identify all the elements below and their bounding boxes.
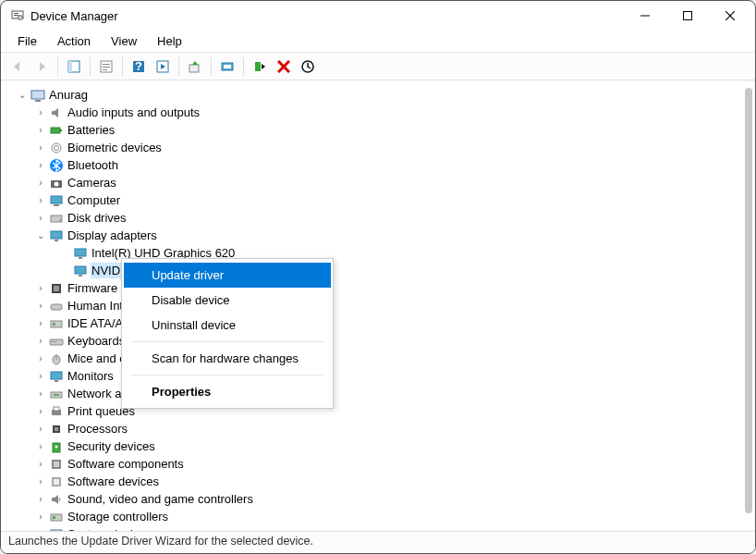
- expand-icon[interactable]: ›: [34, 388, 47, 400]
- expand-icon[interactable]: ›: [34, 124, 47, 137]
- ctx-update-driver[interactable]: Update driver: [124, 263, 331, 288]
- tree-node-batteries[interactable]: ›Batteries: [6, 121, 755, 139]
- expand-icon[interactable]: ›: [34, 282, 47, 295]
- tree-node-print[interactable]: ›Print queues: [6, 402, 755, 420]
- svg-rect-46: [51, 321, 62, 327]
- tree-node-hid[interactable]: ›Human Int: [6, 297, 755, 314]
- tree-label: Software components: [67, 457, 184, 471]
- expand-icon[interactable]: ›: [34, 370, 47, 383]
- ctx-separator: [131, 375, 323, 375]
- svg-point-28: [52, 143, 61, 153]
- expand-icon[interactable]: ›: [34, 300, 47, 313]
- tree-node-processors[interactable]: ›Processors: [6, 420, 755, 437]
- expand-icon[interactable]: ›: [34, 106, 47, 119]
- collapse-icon[interactable]: ⌄: [34, 229, 47, 242]
- ctx-scan-hardware[interactable]: Scan for hardware changes: [124, 346, 331, 371]
- tree-node-audio[interactable]: ›Audio inputs and outputs: [6, 104, 755, 121]
- ctx-uninstall-device[interactable]: Uninstall device: [124, 313, 331, 338]
- network-icon: [49, 387, 64, 401]
- show-hide-tree-button[interactable]: [63, 55, 85, 78]
- svg-rect-67: [54, 479, 59, 485]
- ctx-properties[interactable]: Properties: [124, 379, 331, 404]
- expand-icon[interactable]: ›: [34, 194, 47, 207]
- menu-action[interactable]: Action: [50, 32, 98, 50]
- tree-node-firmware[interactable]: ›Firmware: [6, 279, 755, 297]
- collapse-icon[interactable]: ⌄: [16, 89, 29, 102]
- minimize-button[interactable]: [624, 1, 666, 31]
- maximize-button[interactable]: [666, 1, 709, 31]
- expand-icon[interactable]: ›: [34, 212, 47, 225]
- tree-node-biometric[interactable]: ›Biometric devices: [6, 139, 755, 156]
- tree-label: System devices: [67, 527, 152, 531]
- tree-node-intel-gpu[interactable]: Intel(R) UHD Graphics 620: [6, 244, 755, 262]
- expand-icon[interactable]: ›: [34, 528, 47, 532]
- expand-icon[interactable]: ›: [34, 511, 47, 523]
- tree-node-computer[interactable]: ›Computer: [6, 191, 755, 209]
- expand-icon[interactable]: ›: [34, 317, 47, 330]
- expand-icon[interactable]: ›: [34, 493, 47, 506]
- svg-rect-47: [53, 323, 55, 326]
- expand-icon[interactable]: ›: [34, 177, 47, 190]
- tree-label: Display adapters: [67, 228, 157, 242]
- tree-node-bluetooth[interactable]: ›Bluetooth: [6, 156, 755, 174]
- device-tree[interactable]: ⌄ Anurag ›Audio inputs and outputs ›Batt…: [1, 80, 755, 531]
- display-icon: [73, 264, 88, 278]
- ctx-disable-device[interactable]: Disable device: [124, 288, 331, 313]
- close-button[interactable]: [709, 1, 751, 31]
- menu-view[interactable]: View: [104, 32, 144, 50]
- expand-icon[interactable]: ›: [34, 405, 47, 418]
- tree-node-network[interactable]: ›Network adapters: [6, 385, 755, 402]
- properties-button[interactable]: [95, 55, 117, 78]
- tree-node-nvidia-gpu[interactable]: NVIDIA: [6, 262, 755, 279]
- uninstall-device-button[interactable]: [273, 55, 295, 78]
- tree-node-ide[interactable]: ›IDE ATA/AT: [6, 314, 755, 332]
- tree-node-display[interactable]: ⌄Display adapters: [6, 227, 755, 244]
- back-button[interactable]: [6, 55, 29, 78]
- keyboard-icon: [49, 334, 64, 349]
- expand-icon[interactable]: ›: [34, 475, 47, 488]
- tree-node-swdev[interactable]: ›Software devices: [6, 473, 755, 490]
- tree-node-cameras[interactable]: ›Cameras: [6, 174, 755, 191]
- help-button[interactable]: ?: [128, 55, 150, 78]
- svg-rect-9: [68, 61, 72, 72]
- security-icon: [49, 439, 64, 454]
- tree-node-storage[interactable]: ›Storage controllers: [6, 508, 755, 525]
- scan-hardware-button[interactable]: [216, 55, 238, 78]
- svg-point-32: [55, 181, 59, 186]
- expand-icon[interactable]: ›: [34, 352, 47, 365]
- svg-rect-44: [54, 286, 59, 291]
- expand-icon[interactable]: ›: [34, 458, 47, 471]
- tree-label: Firmware: [67, 281, 117, 295]
- tree-node-swcomp[interactable]: ›Software components: [6, 455, 755, 473]
- tree-node-security[interactable]: ›Security devices: [6, 437, 755, 455]
- computer-icon: [30, 88, 45, 103]
- expand-icon[interactable]: ›: [34, 423, 47, 436]
- tree-node-disk[interactable]: ›Disk drives: [6, 209, 755, 227]
- titlebar: Device Manager: [1, 1, 755, 31]
- update-driver-button[interactable]: [184, 55, 206, 78]
- storage-icon: [49, 510, 64, 524]
- disable-device-button[interactable]: [297, 55, 319, 78]
- expand-icon[interactable]: ›: [34, 142, 47, 154]
- tree-node-monitors[interactable]: ›Monitors: [6, 367, 755, 385]
- action-button[interactable]: [152, 55, 174, 78]
- forward-button[interactable]: [30, 55, 53, 78]
- expand-icon[interactable]: ›: [34, 440, 47, 453]
- tree-label: Audio inputs and outputs: [67, 105, 200, 119]
- expand-icon[interactable]: ›: [34, 335, 47, 348]
- enable-device-button[interactable]: [249, 55, 271, 78]
- tree-root[interactable]: ⌄ Anurag: [6, 86, 755, 104]
- context-menu: Update driver Disable device Uninstall d…: [121, 258, 334, 409]
- expand-icon[interactable]: ›: [34, 159, 47, 172]
- tree-node-sound[interactable]: ›Sound, video and game controllers: [6, 490, 755, 508]
- tree-label: Computer: [67, 193, 120, 207]
- menu-file[interactable]: File: [10, 32, 44, 50]
- scrollbar[interactable]: [745, 88, 752, 513]
- svg-rect-41: [75, 266, 86, 274]
- svg-point-36: [59, 219, 61, 221]
- menu-help[interactable]: Help: [150, 32, 189, 50]
- tree-node-mice[interactable]: ›Mice and o: [6, 350, 755, 367]
- tree-node-keyboards[interactable]: ›Keyboards: [6, 332, 755, 350]
- tree-node-system[interactable]: ›System devices: [6, 525, 755, 531]
- tree-label: Software devices: [67, 474, 159, 488]
